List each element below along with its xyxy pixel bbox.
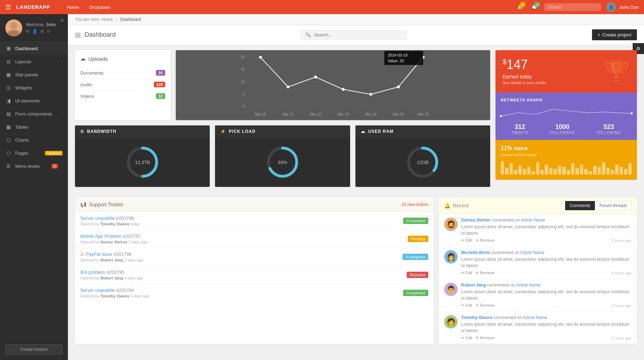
sidebar-item-forms[interactable]: ▤ Form components ›	[0, 107, 68, 120]
following-value: 523	[597, 123, 621, 131]
page-search-input[interactable]	[314, 32, 402, 37]
remove-action[interactable]: ✕ Remove	[476, 336, 494, 340]
remove-action[interactable]: ✕ Remove	[476, 238, 494, 243]
following-label: FOLLOWING	[597, 131, 621, 135]
visitors-panel: 11% more Unique visitors today	[495, 140, 637, 180]
svg-point-0	[10, 22, 17, 29]
edit-action[interactable]: ✏ Edit	[461, 336, 472, 340]
ticket-sub: Opened by Timothy Owens today	[80, 222, 403, 226]
ticket-left: ⚠ PayPal issue #201796 Opened by Robert …	[80, 252, 402, 262]
new-tickets-link[interactable]: 15 new tickets	[401, 202, 428, 207]
remove-action[interactable]: ✕ Remove	[476, 271, 494, 275]
visitor-bar	[562, 167, 565, 175]
comment-item: 🧔 Denise Steiner commented on Article Na…	[439, 214, 637, 247]
ticket-title[interactable]: Mobile App Problem #201797	[80, 234, 408, 239]
upload-videos-count: 12	[156, 93, 165, 99]
user-profile-icon[interactable]: 👤	[32, 29, 37, 34]
edit-action[interactable]: ✏ Edit	[461, 238, 472, 243]
comment-time: 2 hours ago	[611, 336, 632, 340]
user-avatar-small: 👤	[606, 2, 616, 12]
svg-text:Mar 11: Mar 11	[283, 112, 294, 116]
plus-icon: +	[598, 32, 601, 37]
comment-time: 2 hours ago	[611, 238, 632, 243]
sidebar-item-pages[interactable]: ⬡ Pages Updated	[0, 147, 68, 160]
ticket-status-badge: Completed	[403, 290, 428, 296]
commenter-name[interactable]: Michelle Bortz	[461, 250, 490, 255]
svg-point-1	[7, 30, 20, 36]
commenter-name[interactable]: Denise Steiner	[461, 218, 491, 223]
nav-links: Home Dropdown	[63, 3, 115, 12]
layouts-icon: ⊟	[5, 59, 12, 64]
messages-btn[interactable]: 💬 10	[532, 5, 537, 10]
tab-forum-threads[interactable]: Forum threads	[595, 201, 632, 210]
sidebar-item-menulevels[interactable]: ☰ Menu levels 6 ›	[0, 160, 68, 173]
sidebar-item-dashboard[interactable]: ⊞ Dashboard	[0, 42, 68, 55]
sidebar-item-tables[interactable]: ▦ Tables	[0, 120, 68, 134]
article-link[interactable]: Article Name	[523, 315, 547, 320]
sidebar-item-statpanels[interactable]: ▦ Stat panels	[0, 68, 68, 81]
tab-comments[interactable]: Comments	[565, 201, 595, 210]
create-project-button[interactable]: + Create project	[592, 29, 637, 40]
sidebar-navigation: ⊞ Dashboard ⊟ Layouts › ▦ Stat panels ◫ …	[0, 42, 68, 335]
edit-action[interactable]: ✏ Edit	[461, 303, 472, 308]
notifications-btn[interactable]: 🔔 5	[517, 5, 523, 10]
comment-actions: ✏ Edit ✕ Remove 2 hours ago	[461, 336, 632, 340]
visitor-bar	[615, 165, 618, 175]
edit-action[interactable]: ✏ Edit	[461, 271, 472, 275]
ticket-sub: Opened by Timothy Owens 5 days ago	[80, 294, 403, 298]
sidebar-item-ui[interactable]: ◨ UI elements ›	[0, 94, 68, 107]
comment-item: 🧑 Timothy Owens commented on Article Nam…	[439, 312, 637, 344]
cloud-icon: ☁	[80, 55, 86, 62]
user-settings-icon[interactable]: ⚙	[40, 29, 44, 34]
pickload-gauge: 93%	[265, 144, 300, 180]
page-header: ⊞ Dashboard 🔍 + Create project ⚙	[68, 25, 644, 45]
user-email-icon[interactable]: ✉	[26, 29, 29, 34]
sidebar-item-charts[interactable]: ⬡ Charts	[0, 134, 68, 147]
nav-dropdown[interactable]: Dropdown	[85, 3, 115, 12]
ticket-title[interactable]: ⚠ PayPal issue #201796	[80, 252, 402, 257]
sidebar-label-menulevels: Menu levels	[15, 164, 48, 169]
article-link[interactable]: Article Name	[516, 283, 540, 288]
ticket-title[interactable]: Server unavaible #201794	[80, 288, 403, 293]
top-search-input[interactable]	[544, 3, 601, 11]
sidebar-label-widgets: Widgets	[15, 85, 63, 90]
user-refresh-icon[interactable]: ↻	[47, 29, 51, 34]
comment-body: Denise Steiner commented on Article Name…	[461, 218, 632, 243]
comment-action: commented on	[492, 218, 521, 223]
ticket-title[interactable]: IE8 problem #201795	[80, 270, 407, 275]
comment-action: commented on	[487, 283, 516, 288]
comment-action: commented on	[494, 315, 523, 320]
retweets-chart	[501, 106, 632, 120]
ticket-sub: Opened by Robert Jang 4 days ago	[80, 276, 407, 280]
comment-action: commented on	[491, 250, 520, 255]
sidebar-item-widgets[interactable]: ◫ Widgets	[0, 81, 68, 94]
article-link[interactable]: Article Name	[520, 250, 545, 255]
visitor-bar	[580, 165, 583, 175]
hamburger-icon[interactable]: ☰	[5, 3, 11, 11]
sidebar-item-layouts[interactable]: ⊟ Layouts ›	[0, 55, 68, 68]
svg-point-20	[287, 85, 290, 88]
pages-badge: Updated	[45, 151, 63, 155]
breadcrumb-home[interactable]: Home	[101, 17, 113, 22]
sidebar-label-pages: Pages	[15, 151, 41, 156]
ticket-title[interactable]: Server unavaible #201798	[80, 216, 403, 221]
dashboard-title-icon: ⊞	[75, 31, 81, 39]
right-panels: $147 Earned today See details in your pr…	[495, 50, 637, 192]
article-link[interactable]: Article Name	[521, 218, 545, 223]
user-menu[interactable]: 👤 John Doe	[606, 2, 639, 12]
visitors-title: 11% more	[501, 145, 632, 152]
tickets-title: 📢 Support Tickets	[80, 202, 123, 207]
svg-text:0: 0	[243, 105, 245, 108]
breadcrumb-separator: ›	[116, 17, 117, 22]
nav-home[interactable]: Home	[63, 3, 83, 12]
create-invoice-btn[interactable]: Create Invoice	[5, 344, 63, 355]
bottom-section: 📢 Support Tickets 15 new tickets Server …	[75, 197, 637, 344]
commenter-name[interactable]: Robert Jang	[461, 283, 486, 288]
commenter-name[interactable]: Timothy Owens	[461, 315, 493, 320]
remove-action[interactable]: ✕ Remove	[476, 303, 494, 308]
svg-text:5: 5	[243, 92, 245, 96]
sidebar-close-btn[interactable]: ✕	[60, 18, 64, 23]
welcome-text: Welcome, John	[26, 22, 56, 27]
sidebar-label-dashboard: Dashboard	[15, 46, 63, 51]
upload-audio-label: Audio	[80, 82, 92, 87]
